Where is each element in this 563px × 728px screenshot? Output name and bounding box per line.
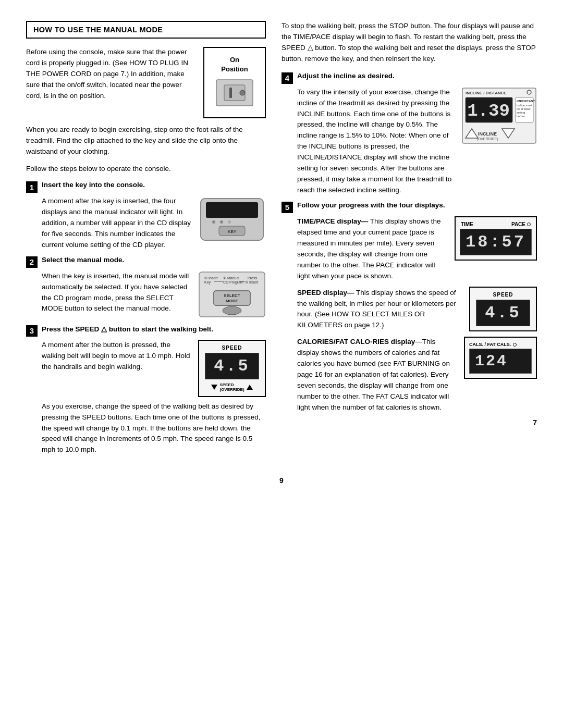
- svg-text:before...: before...: [517, 115, 528, 118]
- left-column: HOW TO USE THE MANUAL MODE Before using …: [26, 21, 266, 461]
- svg-text:CD Program: CD Program: [223, 280, 243, 285]
- cals-panel: CALS. / FAT CALS. 124: [464, 337, 537, 379]
- svg-text:IMPORTANT:: IMPORTANT:: [517, 100, 536, 103]
- speed-display-text: SPEED display— This display shows the sp…: [297, 288, 463, 331]
- speed-screen-step3: 4.5: [205, 353, 259, 379]
- step-3-header: 3 Press the SPEED △ button to start the …: [26, 325, 266, 337]
- svg-text:INCLINE: INCLINE: [478, 131, 497, 137]
- step-3-body: A moment after the button is pressed, th…: [42, 340, 266, 456]
- on-position-illustration: [214, 77, 255, 108]
- step-3-text-a: A moment after the button is pressed, th…: [42, 340, 192, 373]
- speed-down-icon: [211, 385, 217, 390]
- select-mode-illustration: ① Insert Key ② Manual CD Program Press ③…: [198, 271, 266, 318]
- step-5-number: 5: [282, 202, 293, 213]
- step-4-body: To vary the intensity of your exercise, …: [297, 87, 537, 196]
- step2-intro: When you are ready to begin exercising, …: [26, 125, 266, 157]
- speed-label: SPEED: [222, 345, 242, 351]
- page-number-bottom: 9: [26, 476, 537, 485]
- speed-panel-label: SPEED: [493, 292, 513, 298]
- step-4-title: Adjust the incline as desired.: [297, 72, 395, 80]
- step-3-speed-panel: SPEED 4.5 SPEED(OVERRIDE): [198, 340, 266, 397]
- step-2-header: 2 Select the manual mode.: [26, 256, 266, 268]
- svg-text:KEY: KEY: [228, 229, 237, 234]
- speed-buttons: SPEED(OVERRIDE): [211, 382, 252, 392]
- step-2-number: 2: [26, 256, 38, 268]
- step-1-image: KEY: [198, 196, 266, 244]
- right-column: To stop the walking belt, press the STOP…: [282, 21, 537, 461]
- step-1-text: A moment after the key is inserted, the …: [42, 196, 192, 251]
- step-4-header: 4 Adjust the incline as desired.: [282, 72, 537, 84]
- step-3-number: 3: [26, 325, 38, 337]
- cals-label: CALS. / FAT CALS.: [469, 342, 532, 347]
- speed-screen-step5: 4.5: [476, 300, 530, 326]
- intro-text: Before using the console, make sure that…: [26, 47, 197, 102]
- page-layout: HOW TO USE THE MANUAL MODE Before using …: [26, 21, 537, 461]
- svg-text:MODE: MODE: [226, 299, 239, 303]
- speed-up-icon: [247, 385, 253, 390]
- step-5-title: Follow your progress with the four displ…: [297, 201, 445, 209]
- time-pace-screen: 18:57: [460, 229, 532, 255]
- on-position-box: OnPosition: [203, 47, 266, 118]
- step-1-number: 1: [26, 181, 38, 193]
- pace-dot: [527, 223, 531, 226]
- cals-display-text: CALORIES/FAT CALO-RIES display—This disp…: [297, 337, 458, 413]
- step-5-body: TIME/PACE display— This display shows th…: [297, 216, 537, 413]
- step-1-header: 1 Insert the key into the console.: [26, 181, 266, 193]
- svg-text:① Insert: ① Insert: [204, 276, 218, 280]
- svg-text:setting: setting: [517, 111, 525, 114]
- step-1-body: A moment after the key is inserted, the …: [42, 196, 266, 251]
- section-title: HOW TO USE THE MANUAL MODE: [33, 26, 163, 34]
- time-pace-label: TIME/PACE display—: [297, 217, 368, 225]
- svg-point-7: [220, 220, 223, 224]
- step-3-text-b: As you exercise, change the speed of the…: [42, 401, 266, 456]
- step-2-text: When the key is inserted, the manual mod…: [42, 271, 192, 315]
- incline-illustration: INCLINE / DISTANCE 1.39 IMPORTANT: Incli…: [461, 87, 537, 144]
- step-2-image: ① Insert Key ② Manual CD Program Press ③…: [198, 271, 266, 319]
- svg-text:SELECT: SELECT: [224, 293, 240, 298]
- speed-display-label: SPEED display—: [297, 289, 354, 297]
- svg-text:Press: Press: [248, 276, 257, 280]
- svg-point-23: [223, 306, 241, 315]
- follow-steps: Follow the steps below to operate the co…: [26, 164, 266, 175]
- on-position-label: OnPosition: [214, 55, 255, 74]
- svg-point-6: [212, 220, 215, 224]
- svg-text:be at lower: be at lower: [517, 107, 531, 110]
- svg-point-8: [228, 220, 231, 224]
- svg-text:1.39: 1.39: [467, 101, 510, 121]
- svg-text:(OVERRIDE): (OVERRIDE): [476, 137, 498, 141]
- stop-text: To stop the walking belt, press the STOP…: [282, 21, 537, 65]
- svg-rect-2: [229, 88, 232, 98]
- step-2-title: Select the manual mode.: [42, 256, 124, 264]
- cals-screen: 124: [469, 349, 532, 374]
- step-3-title: Press the SPEED △ button to start the wa…: [42, 325, 213, 333]
- time-pace-text: TIME/PACE display— This display shows th…: [297, 216, 448, 282]
- step-5-header: 5 Follow your progress with the four dis…: [282, 201, 537, 213]
- step-1-title: Insert the key into the console.: [42, 181, 145, 189]
- svg-rect-5: [206, 202, 258, 218]
- page-number-right: 7: [282, 418, 537, 427]
- step-4-text: To vary the intensity of your exercise, …: [297, 87, 455, 196]
- svg-text:Key: Key: [204, 280, 211, 285]
- svg-text:INCLINE / DISTANCE: INCLINE / DISTANCE: [466, 91, 507, 95]
- speed-panel-step5: SPEED 4.5: [469, 287, 537, 331]
- cals-dot: [513, 343, 517, 347]
- svg-text:③ Insert: ③ Insert: [245, 280, 259, 284]
- svg-text:② Manual: ② Manual: [223, 276, 239, 280]
- svg-point-3: [240, 90, 245, 95]
- section-header: HOW TO USE THE MANUAL MODE: [26, 21, 266, 39]
- cals-display-label: CALORIES/FAT CALO-RIES display: [297, 338, 415, 346]
- step-2-body: When the key is inserted, the manual mod…: [42, 271, 266, 319]
- time-pace-panel-labels: TIME PACE: [460, 221, 532, 227]
- time-pace-panel: TIME PACE 18:57: [455, 216, 537, 261]
- svg-text:Incline must: Incline must: [517, 104, 532, 107]
- console-illustration-1: KEY: [198, 196, 266, 243]
- step-4-incline-panel: INCLINE / DISTANCE 1.39 IMPORTANT: Incli…: [461, 87, 537, 146]
- step-4-number: 4: [282, 72, 293, 84]
